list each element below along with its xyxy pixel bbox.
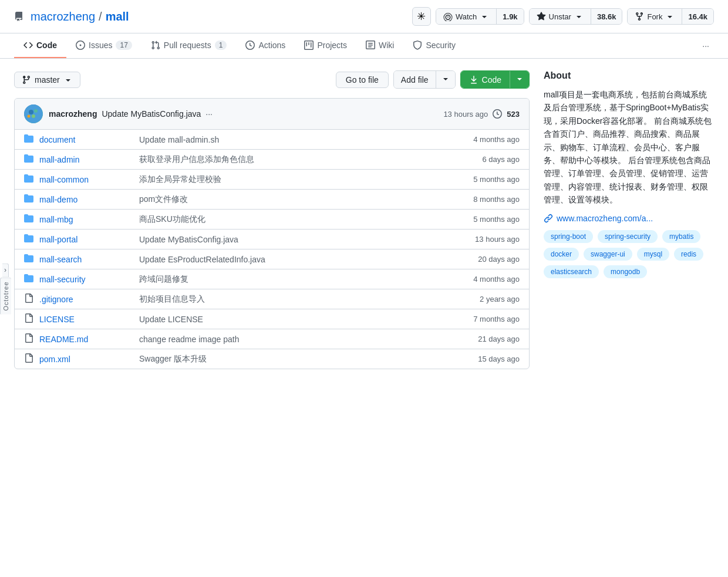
file-icon (24, 313, 33, 325)
wiki-icon (366, 41, 375, 50)
unstar-label: Unstar (549, 12, 571, 21)
fork-button[interactable]: Fork (628, 9, 682, 24)
octotree-arrow[interactable]: › (2, 263, 9, 277)
octotree-panel[interactable]: › Octotree (0, 263, 11, 314)
file-time: 8 months ago (449, 195, 520, 204)
tab-security[interactable]: Security (403, 33, 465, 58)
file-time: 5 months ago (449, 175, 520, 184)
tag[interactable]: elasticsearch (544, 265, 599, 278)
octotree-label[interactable]: Octotree (0, 277, 11, 314)
download-icon (469, 75, 478, 85)
branch-name: master (35, 75, 60, 85)
repo-owner[interactable]: macrozheng (31, 10, 95, 23)
pr-badge: 1 (215, 41, 227, 50)
tab-security-label: Security (426, 41, 456, 50)
issues-icon (76, 41, 85, 50)
file-commit-msg: 商品SKU功能优化 (139, 214, 443, 225)
commit-time: 13 hours ago (443, 110, 488, 119)
fork-count[interactable]: 16.4k (682, 9, 713, 24)
tab-issues[interactable]: Issues 17 (66, 33, 141, 58)
tab-pull-requests[interactable]: Pull requests 1 (141, 33, 237, 58)
tag[interactable]: redis (674, 248, 703, 261)
folder-icon (24, 134, 33, 145)
file-name[interactable]: mall-common (39, 175, 133, 184)
folder-icon (24, 274, 33, 285)
file-name[interactable]: pom.xml (39, 355, 133, 364)
branch-selector[interactable]: master (14, 72, 80, 88)
code-dropdown[interactable] (510, 71, 529, 88)
fork-icon (635, 12, 644, 21)
file-table: macrozheng Update MyBatisConfig.java ···… (14, 98, 530, 369)
file-name[interactable]: .gitignore (39, 295, 133, 304)
file-name[interactable]: LICENSE (39, 315, 133, 324)
tag[interactable]: swagger-ui (584, 248, 632, 261)
tag[interactable]: spring-security (598, 230, 658, 243)
file-name[interactable]: mall-security (39, 275, 133, 284)
sparkle-button[interactable]: ✳ (412, 7, 431, 26)
repo-icon (14, 12, 23, 21)
file-icon (24, 333, 33, 345)
add-file-button[interactable]: Add file (394, 71, 436, 88)
tag[interactable]: mybatis (662, 230, 700, 243)
svg-point-0 (24, 104, 43, 123)
add-file-dropdown[interactable] (436, 71, 455, 88)
eye-icon (443, 12, 453, 21)
file-name[interactable]: mall-portal (39, 235, 133, 244)
file-commit-msg: 添加全局异常处理校验 (139, 174, 443, 185)
security-icon (413, 41, 422, 50)
file-commit-msg: 获取登录用户信息添加角色信息 (139, 154, 443, 165)
folder-icon (24, 194, 33, 205)
file-time: 6 days ago (449, 155, 520, 164)
file-commit-msg: Update LICENSE (139, 315, 443, 324)
code-icon (23, 41, 33, 50)
commit-dots[interactable]: ··· (205, 109, 213, 119)
file-name[interactable]: README.md (39, 335, 133, 344)
code-btn-label: Code (482, 75, 501, 85)
watch-button[interactable]: Watch (436, 9, 497, 24)
pr-icon (151, 41, 160, 50)
file-commit-msg: change readme image path (139, 335, 443, 344)
tab-projects-label: Projects (317, 41, 347, 50)
tab-projects[interactable]: Projects (295, 33, 356, 58)
file-row: .gitignore初始项目信息导入2 years ago (15, 289, 529, 309)
tab-actions[interactable]: Actions (236, 33, 295, 58)
tag[interactable]: mysql (637, 248, 669, 261)
svg-point-1 (29, 110, 33, 114)
watch-group: Watch 1.9k (436, 8, 524, 25)
watch-count[interactable]: 1.9k (497, 9, 523, 24)
branch-icon (22, 75, 31, 85)
file-time: 5 months ago (449, 215, 520, 224)
file-name[interactable]: document (39, 135, 133, 144)
more-tabs-button[interactable]: ··· (697, 34, 714, 58)
folder-icon (24, 154, 33, 165)
star-count[interactable]: 38.6k (591, 9, 622, 24)
code-button[interactable]: Code (461, 71, 510, 88)
tag[interactable]: docker (544, 248, 579, 261)
file-name[interactable]: mall-search (39, 255, 133, 264)
go-to-file-button[interactable]: Go to file (336, 72, 389, 88)
star-group: Unstar 38.6k (529, 8, 623, 25)
tab-wiki[interactable]: Wiki (356, 33, 403, 58)
tab-code[interactable]: Code (14, 33, 66, 58)
about-link[interactable]: www.macrozheng.com/a... (544, 214, 714, 223)
about-title: About (544, 70, 714, 81)
file-name[interactable]: mall-admin (39, 155, 133, 164)
file-name[interactable]: mall-demo (39, 195, 133, 204)
file-commit-msg: 初始项目信息导入 (139, 294, 443, 305)
tag[interactable]: spring-boot (544, 230, 593, 243)
unstar-button[interactable]: Unstar (530, 9, 591, 24)
file-commit-msg: Update EsProductRelatedInfo.java (139, 255, 443, 264)
file-name[interactable]: mall-mbg (39, 215, 133, 224)
issues-badge: 17 (116, 41, 132, 50)
commit-count[interactable]: 523 (507, 110, 520, 119)
file-commit-msg: Update mall-admin.sh (139, 135, 443, 144)
file-commit-msg: 跨域问题修复 (139, 274, 443, 285)
commit-author[interactable]: macrozheng (49, 109, 97, 119)
file-row: documentUpdate mall-admin.sh4 months ago (15, 130, 529, 150)
folder-icon (24, 234, 33, 245)
svg-point-3 (32, 114, 35, 118)
header-actions: ✳ Watch 1.9k Unstar (412, 7, 714, 26)
actions-icon (245, 41, 255, 50)
tag[interactable]: mongodb (604, 265, 647, 278)
repo-name[interactable]: mall (106, 10, 129, 23)
